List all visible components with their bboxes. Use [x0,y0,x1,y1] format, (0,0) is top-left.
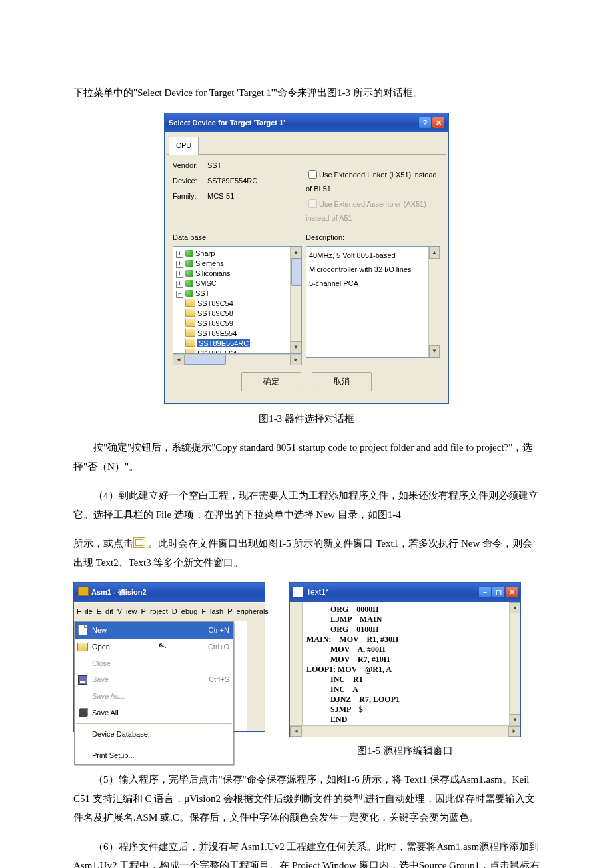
folder-icon [185,329,195,337]
chip-icon [185,280,193,287]
chip-icon [185,270,193,277]
vendor-value: SST [207,161,221,169]
menu-edit[interactable]: Edit [97,607,113,615]
database-label: Data base [173,231,302,245]
tree-device[interactable]: SST89E554 [185,329,289,338]
extended-linker-checkbox[interactable]: Use Extended Linker (LX51) instead of BL… [306,168,440,196]
document-icon [293,587,303,597]
tree-device[interactable]: SST89E564 [185,349,289,353]
folder-icon [185,309,195,317]
scroll-right-icon[interactable]: ► [508,726,520,737]
close-button[interactable]: ✕ [432,117,444,128]
scroll-right-icon[interactable]: ► [290,355,302,365]
paragraph-after-dialog: 按"确定"按钮后，系统提示"Copy standard 8051 startup… [73,438,540,476]
toolbar-edge [247,621,265,731]
menu-file[interactable]: File [77,607,93,615]
scroll-down-icon[interactable]: ▼ [429,345,440,357]
maximize-button[interactable]: ◻ [492,587,504,597]
scroll-down-icon[interactable]: ▼ [291,341,301,353]
menu-flash[interactable]: Flash [201,607,223,615]
tree-device[interactable]: SST89C58 [185,309,289,318]
tree-vertical-scrollbar[interactable]: ▲ ▼ [290,247,301,353]
description-label: Description: [306,231,440,245]
scroll-down-icon[interactable]: ▼ [510,714,520,725]
uvision-title: Asm1 - 礦ision2 [91,588,147,596]
folder-icon [185,349,195,353]
chip-icon [185,290,193,297]
tab-cpu[interactable]: CPU [169,137,199,155]
paragraph-intro: 下拉菜单中的"Select Device for Target 'Target … [73,83,540,103]
tree-device[interactable]: SST89E554RC [185,339,289,348]
description-scrollbar[interactable]: ▲ ▼ [428,247,440,357]
paragraph-6: （6）程序文件建立后，并没有与 Asm1.Uv2 工程建立任何关系。此时，需要将… [73,837,540,868]
menu-view[interactable]: View [117,607,137,615]
chip-icon [185,250,193,257]
page-icon [78,625,87,635]
scroll-left-icon[interactable]: ◄ [173,355,185,365]
dialog-titlebar: Select Device for Target 'Target 1' ? ✕ [165,113,448,133]
paragraph-4a: （4）到此建立好一个空白工程，现在需要人工为工程添加程序文件，如果还没有程序文件… [73,486,540,524]
menu-item-saveall[interactable]: Save All [75,705,233,721]
chip-icon [185,260,193,267]
ok-button[interactable]: 确定 [241,372,301,391]
scroll-up-icon[interactable]: ▲ [429,247,440,259]
figure-1-5: Text1* – ◻ ✕ ORG 0000H LJMP MAIN ORG 010… [289,582,521,737]
tree-vendor[interactable]: +SMSC [176,279,289,288]
new-file-toolbar-icon [133,537,145,548]
scroll-thumb[interactable] [291,258,301,286]
caption-1-3: 图1-3 器件选择对话框 [73,409,540,429]
device-select-dialog: Select Device for Target 'Target 1' ? ✕ … [164,113,449,404]
disk-icon [78,675,87,685]
menu-item-devicedatabase[interactable]: Device Database... [75,726,233,743]
menu-item-open[interactable]: Open...Ctrl+O [75,639,233,655]
folder-icon [185,339,195,347]
dialog-title: Select Device for Target 'Target 1' [169,116,285,130]
scroll-up-icon[interactable]: ▲ [510,602,520,613]
menu-item-printsetup[interactable]: Print Setup... [75,747,233,764]
minimize-button[interactable]: – [479,587,491,597]
menu-item-saveas: Save As... [75,688,233,705]
vendor-label: Vendor: [173,159,207,173]
tree-horizontal-scrollbar[interactable]: ◄ ► [173,354,302,365]
menu-peripherals[interactable]: Peripherals [227,607,269,615]
folder-icon [185,299,195,307]
hscroll-thumb[interactable] [185,355,226,365]
description-text: 40MHz, 5 Volt 8051-based Microcontroller… [309,251,411,287]
menu-debug[interactable]: Debug [172,607,197,615]
tab-strip: CPU [167,135,446,155]
menu-project[interactable]: Project [141,607,168,615]
file-dropdown-menu[interactable]: NewCtrl+NOpen...Ctrl+OCloseSaveCtrl+SSav… [74,621,234,765]
close-button[interactable]: ✕ [506,587,518,597]
tree-device[interactable]: SST89C59 [185,319,289,328]
tree-vendor[interactable]: +Sharp [176,249,289,258]
menu-item-new[interactable]: NewCtrl+N [75,622,233,639]
tree-vendor[interactable]: +Siliconians [176,269,289,278]
editor-titlebar: Text1* – ◻ ✕ [290,583,520,602]
tree-device[interactable]: SST89C54 [185,299,289,308]
menu-bar[interactable]: FileEditViewProjectDebugFlashPeripherals [74,602,265,621]
menu-separator [76,745,232,745]
editor-text[interactable]: ORG 0000H LJMP MAIN ORG 0100H MAIN: MOV … [303,602,509,725]
open-icon [77,643,88,651]
figure-1-4: Asm1 - 礦ision2 FileEditViewProjectDebugF… [73,582,265,732]
paragraph-5: （5）输入程序，完毕后点击"保存"命令保存源程序，如图1-6 所示，将 Text… [73,770,540,827]
caption-1-5: 图1-5 源程序编辑窗口 [289,741,521,761]
editor-title: Text1* [306,585,328,600]
menu-separator [76,723,232,724]
editor-gutter [290,602,303,725]
scroll-left-icon[interactable]: ◄ [290,726,302,737]
device-value: SST89E554RC [207,177,257,185]
multi-icon [79,709,87,717]
description-box: 40MHz, 5 Volt 8051-based Microcontroller… [306,246,440,358]
cancel-button[interactable]: 取消 [312,372,372,391]
folder-icon [185,319,195,327]
app-icon [78,587,89,596]
device-tree[interactable]: +Sharp+Siemens+Siliconians+SMSC−SSTSST89… [173,246,302,354]
help-button[interactable]: ? [419,117,431,128]
editor-horizontal-scrollbar[interactable]: ◄ ► [290,725,520,737]
scroll-up-icon[interactable]: ▲ [291,247,301,259]
tree-vendor-expanded[interactable]: −SSTSST89C54SST89C58SST89C59SST89E554SST… [176,289,289,353]
menu-item-close: Close [75,655,233,672]
tree-vendor[interactable]: +Siemens [176,259,289,268]
editor-vertical-scrollbar[interactable]: ▲ ▼ [509,602,520,725]
